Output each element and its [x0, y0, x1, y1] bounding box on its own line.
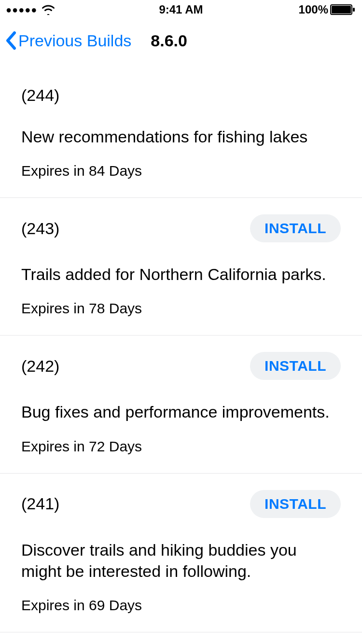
install-button[interactable]: INSTALL: [250, 352, 341, 380]
build-header: (244): [21, 86, 341, 105]
build-header: (242)INSTALL: [21, 352, 341, 380]
back-button[interactable]: Previous Builds: [5, 31, 131, 50]
build-number: (243): [21, 219, 59, 238]
build-number: (241): [21, 494, 59, 513]
page-title: 8.6.0: [151, 31, 187, 50]
install-button[interactable]: INSTALL: [250, 490, 341, 518]
back-label: Previous Builds: [18, 31, 131, 50]
build-row[interactable]: (242)INSTALLBug fixes and performance im…: [0, 336, 362, 473]
build-list[interactable]: (244)New recommendations for fishing lak…: [0, 62, 362, 644]
build-expires: Expires in 84 Days: [21, 163, 341, 179]
install-button[interactable]: INSTALL: [250, 214, 341, 242]
status-bar: ●●●●● 9:41 AM 100%: [0, 0, 362, 19]
wifi-icon: [41, 4, 56, 15]
build-description: Bug fixes and performance improvements.: [21, 401, 341, 422]
build-expires: Expires in 69 Days: [21, 597, 341, 614]
svg-rect-1: [332, 6, 351, 14]
build-header: (241)INSTALL: [21, 490, 341, 518]
build-number: (242): [21, 357, 59, 376]
status-time: 9:41 AM: [159, 3, 203, 16]
svg-rect-2: [353, 8, 355, 12]
battery-percent: 100%: [299, 3, 328, 16]
build-row[interactable]: (243)INSTALLTrails added for Northern Ca…: [0, 198, 362, 336]
build-header: (243)INSTALL: [21, 214, 341, 242]
build-row[interactable]: (241)INSTALLDiscover trails and hiking b…: [0, 474, 362, 632]
build-description: Trails added for Northern California par…: [21, 264, 341, 285]
build-expires: Expires in 78 Days: [21, 300, 341, 317]
battery-icon: [330, 4, 356, 15]
build-row[interactable]: (240)INSTALLBug fixes and performance im…: [0, 632, 362, 644]
build-row[interactable]: (244)New recommendations for fishing lak…: [0, 62, 362, 198]
nav-bar: Previous Builds 8.6.0: [0, 19, 362, 62]
status-left: ●●●●●: [6, 4, 56, 15]
status-right: 100%: [299, 3, 356, 16]
build-number: (244): [21, 86, 59, 105]
build-description: Discover trails and hiking buddies you m…: [21, 539, 341, 582]
build-expires: Expires in 72 Days: [21, 438, 341, 455]
signal-dots-icon: ●●●●●: [6, 4, 37, 15]
build-description: New recommendations for fishing lakes: [21, 126, 341, 147]
chevron-left-icon: [5, 31, 17, 50]
